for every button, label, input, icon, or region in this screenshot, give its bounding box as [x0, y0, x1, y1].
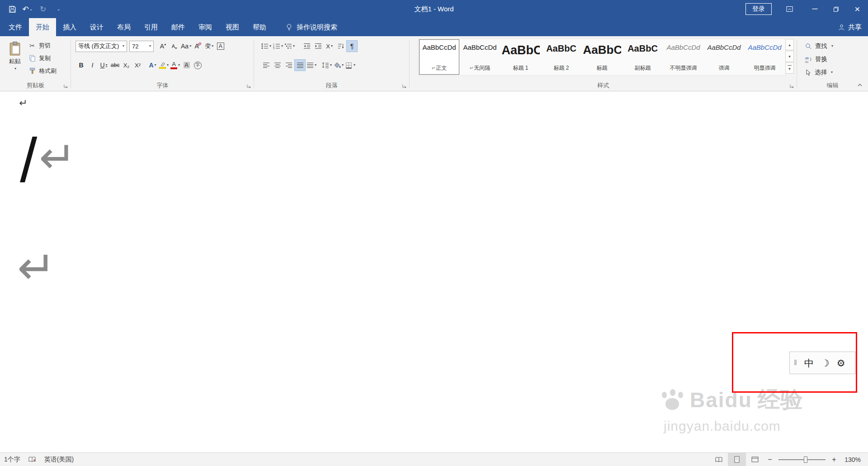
multilevel-list-button[interactable]: ▾	[284, 40, 296, 52]
font-name-combobox[interactable]: 等线 (西文正文) ▾	[75, 41, 127, 52]
save-button[interactable]	[5, 2, 19, 16]
spellcheck-status[interactable]	[24, 453, 40, 466]
close-button[interactable]: ×	[847, 0, 868, 18]
borders-button[interactable]: ▾	[344, 59, 356, 71]
decrease-indent-button[interactable]	[301, 40, 312, 52]
style-heading-1[interactable]: AaBbC 标题 1	[500, 39, 541, 75]
ribbon-display-options-button[interactable]	[783, 2, 796, 16]
redo-button[interactable]: ↻	[36, 2, 50, 16]
customize-qat-button[interactable]: ⌄	[52, 2, 65, 16]
shading-button[interactable]: ▾	[333, 59, 344, 71]
zoom-in-button[interactable]: +	[828, 456, 840, 464]
enclose-characters-button[interactable]: 字	[192, 59, 203, 71]
subscript-button[interactable]: X₂	[121, 59, 132, 71]
distribute-button[interactable]: ▾	[306, 59, 317, 71]
styles-scroll-down-button[interactable]: ▾	[785, 51, 794, 62]
justify-button[interactable]	[294, 59, 306, 71]
tab-view[interactable]: 视图	[219, 18, 246, 36]
styles-scroll-up-button[interactable]: ▴	[785, 39, 794, 50]
tab-mailings[interactable]: 邮件	[165, 18, 192, 36]
increase-indent-button[interactable]	[312, 40, 324, 52]
ime-mode-button[interactable]: 中	[804, 358, 814, 368]
style-normal[interactable]: AaBbCcDd ↵正文	[419, 39, 459, 75]
strikethrough-button[interactable]: abc	[109, 59, 121, 71]
select-button[interactable]: 选择 ▾	[805, 67, 833, 78]
language-status[interactable]: 英语(美国)	[40, 453, 78, 466]
tab-help[interactable]: 帮助	[246, 18, 273, 36]
zoom-level[interactable]: 130%	[840, 456, 868, 463]
character-border-button[interactable]: A	[215, 40, 226, 52]
superscript-button[interactable]: X²	[132, 59, 143, 71]
asian-layout-button[interactable]: X▾	[324, 40, 335, 52]
moon-icon[interactable]: ☽	[821, 358, 830, 368]
gear-icon[interactable]: ⚙	[837, 358, 845, 368]
style-subtitle[interactable]: AaBbC 副标题	[623, 39, 663, 75]
format-painter-button[interactable]: 格式刷	[28, 66, 57, 76]
align-center-button[interactable]	[272, 59, 283, 71]
paragraph-dialog-launcher[interactable]	[401, 83, 407, 89]
font-color-button[interactable]: A ▾	[170, 59, 181, 71]
change-case-button[interactable]: Aa▾	[180, 40, 192, 52]
chevron-down-icon: ▾	[831, 71, 833, 74]
share-button[interactable]: 共享	[838, 18, 862, 36]
tab-review[interactable]: 审阅	[192, 18, 219, 36]
restore-button[interactable]	[826, 0, 847, 18]
align-right-button[interactable]	[283, 59, 294, 71]
underline-button[interactable]: U▾	[98, 59, 109, 71]
highlight-color-button[interactable]: ▾	[158, 59, 170, 71]
shrink-font-button[interactable]: A▾	[169, 40, 180, 52]
replace-button[interactable]: abac 替换	[805, 54, 827, 65]
tab-file[interactable]: 文件	[2, 18, 29, 36]
tab-layout[interactable]: 布局	[110, 18, 137, 36]
collapse-ribbon-button[interactable]	[856, 82, 864, 88]
tab-references[interactable]: 引用	[137, 18, 165, 36]
styles-more-button[interactable]: ▾	[785, 62, 794, 74]
align-left-button[interactable]	[260, 59, 272, 71]
chevron-down-icon: ▾	[123, 44, 124, 48]
grow-font-button[interactable]: A▴	[157, 40, 169, 52]
bold-button[interactable]: B	[75, 59, 87, 71]
copy-button[interactable]: 复制	[28, 53, 57, 63]
tab-design[interactable]: 设计	[83, 18, 110, 36]
print-layout-button[interactable]	[728, 453, 746, 466]
sort-button[interactable]	[335, 40, 346, 52]
cut-button[interactable]: ✂ 剪切	[28, 40, 57, 51]
font-dialog-launcher[interactable]	[245, 83, 252, 89]
tab-home[interactable]: 开始	[29, 18, 56, 36]
tab-insert[interactable]: 插入	[56, 18, 83, 36]
word-count-status[interactable]: 1个字	[0, 453, 24, 466]
undo-button[interactable]: ↶ ⌄	[21, 2, 34, 16]
web-layout-button[interactable]	[746, 453, 764, 466]
show-hide-marks-button[interactable]: ¶	[346, 40, 358, 52]
zoom-slider-thumb[interactable]	[804, 456, 807, 463]
line-spacing-button[interactable]: ▾	[321, 59, 333, 71]
zoom-out-button[interactable]: −	[764, 456, 776, 464]
minimize-button[interactable]: ─	[804, 0, 826, 18]
drag-handle-icon[interactable]: ‖	[794, 358, 797, 367]
clear-formatting-button[interactable]: A	[192, 40, 203, 52]
character-shading-button[interactable]: A	[181, 59, 192, 71]
borders-grid-icon	[345, 62, 353, 69]
document-text: /	[20, 132, 37, 189]
styles-dialog-launcher[interactable]	[788, 83, 795, 89]
zoom-slider[interactable]	[778, 459, 826, 460]
clipboard-dialog-launcher[interactable]	[62, 83, 69, 89]
style-intense-emphasis[interactable]: AaBbCcDd 明显强调	[745, 39, 785, 75]
signin-button[interactable]: 登录	[745, 3, 772, 15]
tell-me-search[interactable]: 操作说明搜索	[286, 18, 337, 36]
phonetic-guide-button[interactable]: 变▾	[203, 40, 215, 52]
text-effects-button[interactable]: A▾	[147, 59, 158, 71]
style-title[interactable]: AaBbC 标题	[582, 39, 622, 75]
style-subtle-emphasis[interactable]: AaBbCcDd 不明显强调	[663, 39, 703, 75]
italic-button[interactable]: I	[87, 59, 98, 71]
bullets-button[interactable]: ▾	[260, 40, 272, 52]
read-mode-button[interactable]	[710, 453, 728, 466]
style-no-spacing[interactable]: AaBbCcDd ↵无间隔	[460, 39, 500, 75]
find-button[interactable]: 查找 ▾	[805, 41, 833, 52]
save-icon	[9, 5, 16, 13]
paste-button[interactable]: 粘贴 ▾	[4, 39, 26, 81]
font-size-combobox[interactable]: 72 ▾	[129, 41, 154, 52]
numbering-button[interactable]: 123 ▾	[272, 40, 284, 52]
style-heading-2[interactable]: AaBbC 标题 2	[541, 39, 581, 75]
style-emphasis[interactable]: AaBbCcDd 强调	[704, 39, 744, 75]
